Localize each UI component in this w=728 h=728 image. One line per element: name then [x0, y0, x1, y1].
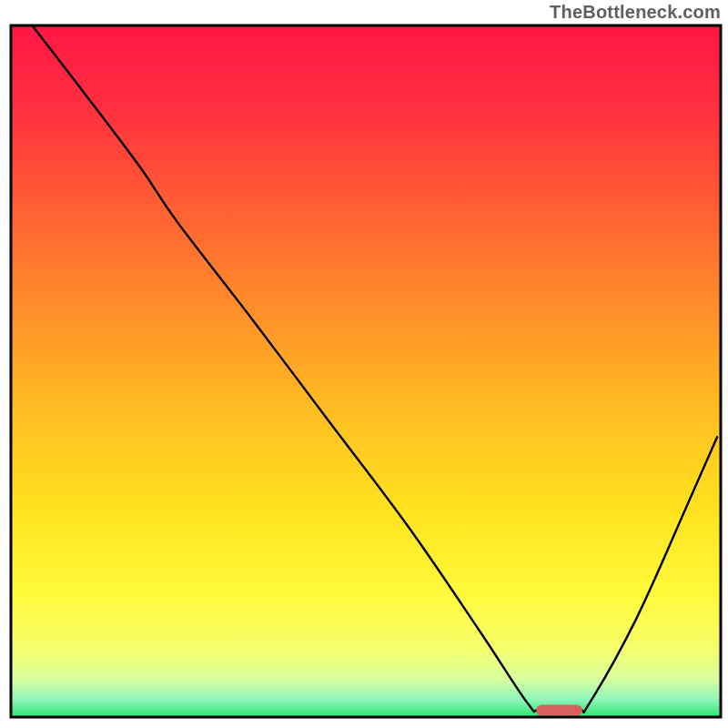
- bottleneck-chart: [0, 0, 728, 728]
- plot-background: [11, 25, 721, 717]
- optimal-range-marker: [536, 704, 582, 715]
- watermark-label: TheBottleneck.com: [550, 2, 721, 23]
- chart-stage: TheBottleneck.com: [0, 0, 728, 728]
